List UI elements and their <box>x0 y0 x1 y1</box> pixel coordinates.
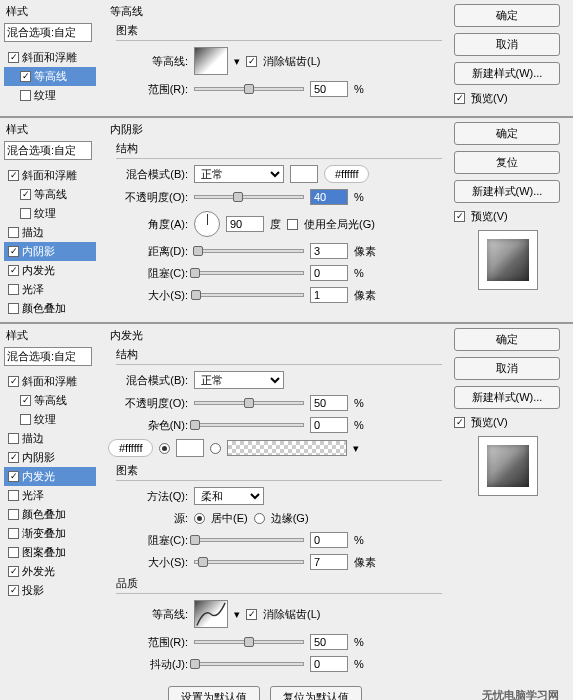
set-default-button[interactable]: 设置为默认值 <box>168 686 260 700</box>
style-item-texture[interactable]: 纹理 <box>4 204 96 223</box>
style-item-bevel[interactable]: 斜面和浮雕 <box>4 48 96 67</box>
checkbox-icon[interactable] <box>8 566 19 577</box>
style-item-innershadow[interactable]: 内阴影 <box>4 448 96 467</box>
style-item-coloroverlay[interactable]: 颜色叠加 <box>4 505 96 524</box>
new-style-button[interactable]: 新建样式(W)... <box>454 180 560 203</box>
preview-checkbox[interactable] <box>454 417 465 428</box>
style-item-bevel[interactable]: 斜面和浮雕 <box>4 372 96 391</box>
checkbox-icon[interactable] <box>8 490 19 501</box>
ok-button[interactable]: 确定 <box>454 328 560 351</box>
checkbox-icon[interactable] <box>8 170 19 181</box>
blend-options-select[interactable]: 混合选项:自定 <box>4 347 92 366</box>
checkbox-icon[interactable] <box>8 246 19 257</box>
size-input[interactable] <box>310 554 348 570</box>
new-style-button[interactable]: 新建样式(W)... <box>454 386 560 409</box>
style-item-contour[interactable]: 等高线 <box>4 67 96 86</box>
size-slider[interactable] <box>194 293 304 297</box>
cancel-button[interactable]: 取消 <box>454 33 560 56</box>
size-input[interactable] <box>310 287 348 303</box>
style-item-texture[interactable]: 纹理 <box>4 86 96 105</box>
checkbox-icon[interactable] <box>8 471 19 482</box>
style-item-innerglow[interactable]: 内发光 <box>4 467 96 486</box>
global-light-checkbox[interactable] <box>287 219 298 230</box>
ok-button[interactable]: 确定 <box>454 122 560 145</box>
dropdown-icon[interactable]: ▾ <box>353 442 359 455</box>
technique-select[interactable]: 柔和 <box>194 487 264 505</box>
choke-input[interactable] <box>310 532 348 548</box>
blend-options-select[interactable]: 混合选项:自定 <box>4 141 92 160</box>
gradient-radio[interactable] <box>210 443 221 454</box>
opacity-slider[interactable] <box>194 195 304 199</box>
color-radio[interactable] <box>159 443 170 454</box>
checkbox-icon[interactable] <box>20 208 31 219</box>
style-item-texture[interactable]: 纹理 <box>4 410 96 429</box>
gradient-picker[interactable] <box>227 440 347 456</box>
jitter-slider[interactable] <box>194 662 304 666</box>
reset-button[interactable]: 复位 <box>454 151 560 174</box>
style-item-patternoverlay[interactable]: 图案叠加 <box>4 543 96 562</box>
opacity-input[interactable] <box>310 395 348 411</box>
opacity-slider[interactable] <box>194 401 304 405</box>
preview-checkbox[interactable] <box>454 211 465 222</box>
noise-input[interactable] <box>310 417 348 433</box>
checkbox-icon[interactable] <box>8 433 19 444</box>
style-item-contour[interactable]: 等高线 <box>4 185 96 204</box>
checkbox-icon[interactable] <box>8 528 19 539</box>
style-item-dropshadow[interactable]: 投影 <box>4 581 96 600</box>
style-item-innerglow[interactable]: 内发光 <box>4 261 96 280</box>
blend-options-select[interactable]: 混合选项:自定 <box>4 23 92 42</box>
style-item-outerglow[interactable]: 外发光 <box>4 562 96 581</box>
style-item-satin[interactable]: 光泽 <box>4 486 96 505</box>
reset-default-button[interactable]: 复位为默认值 <box>270 686 362 700</box>
checkbox-icon[interactable] <box>8 452 19 463</box>
blendmode-select[interactable]: 正常 <box>194 165 284 183</box>
range-input[interactable] <box>310 81 348 97</box>
checkbox-icon[interactable] <box>20 71 31 82</box>
distance-slider[interactable] <box>194 249 304 253</box>
jitter-input[interactable] <box>310 656 348 672</box>
opacity-input[interactable] <box>310 189 348 205</box>
angle-input[interactable] <box>226 216 264 232</box>
style-item-bevel[interactable]: 斜面和浮雕 <box>4 166 96 185</box>
style-item-coloroverlay[interactable]: 颜色叠加 <box>4 299 96 318</box>
checkbox-icon[interactable] <box>20 414 31 425</box>
distance-input[interactable] <box>310 243 348 259</box>
style-item-stroke[interactable]: 描边 <box>4 429 96 448</box>
preview-checkbox[interactable] <box>454 93 465 104</box>
ok-button[interactable]: 确定 <box>454 4 560 27</box>
source-center-radio[interactable] <box>194 513 205 524</box>
style-item-satin[interactable]: 光泽 <box>4 280 96 299</box>
style-item-stroke[interactable]: 描边 <box>4 223 96 242</box>
checkbox-icon[interactable] <box>20 395 31 406</box>
size-slider[interactable] <box>194 560 304 564</box>
style-item-contour[interactable]: 等高线 <box>4 391 96 410</box>
checkbox-icon[interactable] <box>8 376 19 387</box>
checkbox-icon[interactable] <box>8 227 19 238</box>
style-item-gradientoverlay[interactable]: 渐变叠加 <box>4 524 96 543</box>
checkbox-icon[interactable] <box>8 585 19 596</box>
dropdown-icon[interactable]: ▾ <box>234 608 240 621</box>
cancel-button[interactable]: 取消 <box>454 357 560 380</box>
range-slider[interactable] <box>194 640 304 644</box>
checkbox-icon[interactable] <box>20 189 31 200</box>
checkbox-icon[interactable] <box>8 547 19 558</box>
new-style-button[interactable]: 新建样式(W)... <box>454 62 560 85</box>
checkbox-icon[interactable] <box>20 90 31 101</box>
contour-picker[interactable] <box>194 47 228 75</box>
choke-slider[interactable] <box>194 271 304 275</box>
color-swatch[interactable] <box>176 439 204 457</box>
source-edge-radio[interactable] <box>254 513 265 524</box>
range-input[interactable] <box>310 634 348 650</box>
angle-dial[interactable] <box>194 211 220 237</box>
checkbox-icon[interactable] <box>8 265 19 276</box>
range-slider[interactable] <box>194 87 304 91</box>
contour-picker[interactable] <box>194 600 228 628</box>
color-swatch[interactable] <box>290 165 318 183</box>
noise-slider[interactable] <box>194 423 304 427</box>
dropdown-icon[interactable]: ▾ <box>234 55 240 68</box>
style-item-innershadow[interactable]: 内阴影 <box>4 242 96 261</box>
checkbox-icon[interactable] <box>8 52 19 63</box>
choke-input[interactable] <box>310 265 348 281</box>
choke-slider[interactable] <box>194 538 304 542</box>
checkbox-icon[interactable] <box>8 509 19 520</box>
